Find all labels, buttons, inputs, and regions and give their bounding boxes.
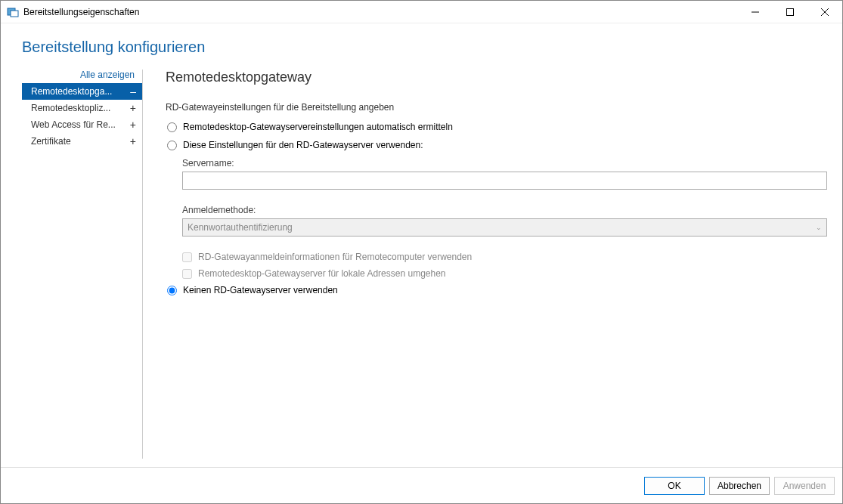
loginmethod-dropdown[interactable]: Kennwortauthentifizierung ⌄ <box>182 218 827 237</box>
main-panel: Remotedesktopgateway RD-Gatewayeinstellu… <box>166 70 842 459</box>
panel-subtitle: RD-Gatewayeinstellungen für die Bereitst… <box>166 102 827 113</box>
svg-rect-3 <box>787 8 794 15</box>
apply-button[interactable]: Anwenden <box>774 477 835 495</box>
checkbox-bypass-local[interactable]: Remotedesktop-Gatewayserver für lokale A… <box>182 268 827 279</box>
checkbox-bypass-label: Remotedesktop-Gatewayserver für lokale A… <box>198 268 446 279</box>
minimize-button[interactable] <box>738 1 773 23</box>
maximize-button[interactable] <box>773 1 807 23</box>
sidebar-item-certificates[interactable]: Zertifikate + <box>22 133 142 150</box>
sidebar: Alle anzeigen Remotedesktopga... – Remot… <box>22 70 143 459</box>
sidebar-item-label: Remotedesktopliz... <box>31 103 127 113</box>
dialog-footer: OK Abbrechen Anwenden <box>1 467 842 503</box>
radio-auto-input[interactable] <box>167 122 177 132</box>
window-title: Bereitstellungseigenschaften <box>23 7 738 17</box>
cancel-button[interactable]: Abbrechen <box>709 477 770 495</box>
radio-use-label: Diese Einstellungen für den RD-Gatewayse… <box>183 140 423 150</box>
servername-label: Servername: <box>182 158 827 169</box>
loginmethod-value: Kennwortauthentifizierung <box>188 222 293 233</box>
collapse-icon: – <box>130 86 136 97</box>
panel-title: Remotedesktopgateway <box>166 70 827 85</box>
loginmethod-label: Anmeldemethode: <box>182 205 827 215</box>
page-heading: Bereitstellung konfigurieren <box>1 23 842 70</box>
sidebar-item-label: Remotedesktopga... <box>31 86 127 97</box>
svg-rect-1 <box>11 11 18 17</box>
expand-icon: + <box>130 119 136 130</box>
expand-icon: + <box>130 136 136 147</box>
app-icon <box>7 6 19 18</box>
titlebar: Bereitstellungseigenschaften <box>1 1 842 23</box>
checkbox-credentials-input[interactable] <box>182 252 192 262</box>
checkbox-use-credentials[interactable]: RD-Gatewayanmeldeinformationen für Remot… <box>182 252 827 262</box>
content-area: Alle anzeigen Remotedesktopga... – Remot… <box>1 70 842 459</box>
window-controls <box>738 1 842 23</box>
sidebar-item-rd-gateway[interactable]: Remotedesktopga... – <box>22 83 142 100</box>
sidebar-item-rd-licensing[interactable]: Remotedesktopliz... + <box>22 100 142 116</box>
ok-button[interactable]: OK <box>644 477 705 495</box>
radio-use-input[interactable] <box>167 141 177 150</box>
radio-use-settings[interactable]: Diese Einstellungen für den RD-Gatewayse… <box>166 140 827 150</box>
radio-auto-detect[interactable]: Remotedesktop-Gatewayservereinstellungen… <box>166 122 827 132</box>
sidebar-item-web-access[interactable]: Web Access für Re... + <box>22 116 142 133</box>
sidebar-item-label: Zertifikate <box>31 136 127 147</box>
radio-none-label: Keinen RD-Gatewayserver verwenden <box>183 285 338 295</box>
show-all-link[interactable]: Alle anzeigen <box>22 70 142 83</box>
checkbox-credentials-label: RD-Gatewayanmeldeinformationen für Remot… <box>198 252 472 262</box>
chevron-down-icon: ⌄ <box>816 224 822 231</box>
expand-icon: + <box>130 103 136 113</box>
checkbox-bypass-input[interactable] <box>182 269 192 279</box>
radio-auto-label: Remotedesktop-Gatewayservereinstellungen… <box>183 122 453 132</box>
radio-no-gateway[interactable]: Keinen RD-Gatewayserver verwenden <box>166 285 827 295</box>
sidebar-item-label: Web Access für Re... <box>31 119 127 130</box>
close-button[interactable] <box>807 1 842 23</box>
radio-none-input[interactable] <box>167 286 177 295</box>
servername-input[interactable] <box>182 172 827 190</box>
